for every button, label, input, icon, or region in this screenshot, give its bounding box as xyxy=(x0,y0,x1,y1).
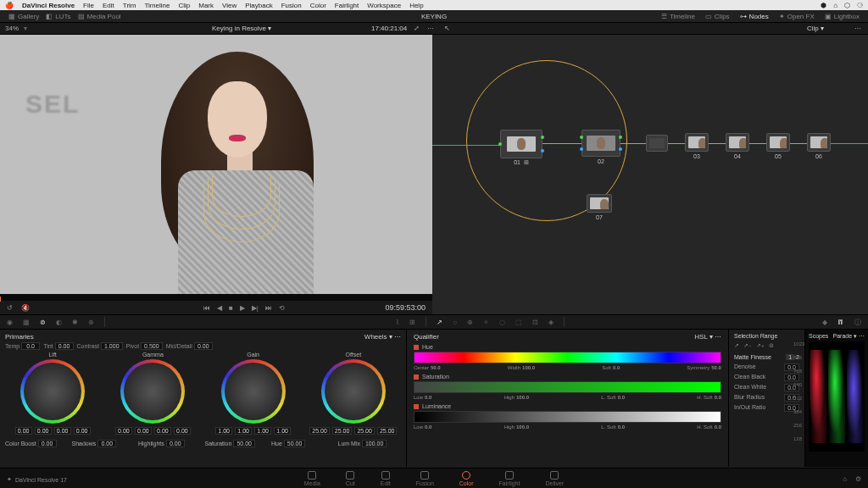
prev-clip-icon[interactable]: ⏮ xyxy=(203,304,210,312)
home-button-icon[interactable]: ⌂ xyxy=(843,475,847,483)
apple-icon[interactable]: 🍎 xyxy=(5,2,14,9)
clips-button[interactable]: ▭Clips xyxy=(702,13,733,20)
motion-icon[interactable]: ⊕ xyxy=(88,319,94,326)
loop-mode-icon[interactable]: ⟲ xyxy=(279,304,285,312)
zoom-value[interactable]: 34% xyxy=(5,25,19,32)
menu-playback[interactable]: Playback xyxy=(245,2,272,9)
home-icon[interactable]: ⌂ xyxy=(833,2,837,9)
tab-color[interactable]: Color xyxy=(459,471,474,486)
settings-icon[interactable]: ⚙ xyxy=(855,475,861,483)
key-icon[interactable]: ⬚ xyxy=(515,319,522,326)
tab-fusion[interactable]: Fusion xyxy=(416,471,434,486)
tab-cut[interactable]: Cut xyxy=(346,471,355,486)
saturation-input[interactable]: 50.00 xyxy=(233,440,255,447)
menu-clip[interactable]: Clip xyxy=(178,2,190,9)
warper-icon[interactable]: ⊞ xyxy=(409,319,415,326)
3d-icon[interactable]: ◈ xyxy=(548,319,554,326)
menu-timeline[interactable]: Timeline xyxy=(145,2,170,9)
node-06[interactable]: 06 xyxy=(807,133,831,152)
stop-icon[interactable]: ■ xyxy=(229,304,233,312)
blur-icon[interactable]: ◌ xyxy=(499,319,505,326)
node-04[interactable]: 04 xyxy=(726,133,749,152)
hue-input[interactable]: 50.00 xyxy=(284,440,306,447)
node-01[interactable]: 01 ⊞ xyxy=(500,130,542,158)
colorboost-input[interactable]: 0.00 xyxy=(38,440,57,447)
node-07[interactable]: 07 xyxy=(587,194,612,213)
qualifier-icon[interactable]: ↗ xyxy=(437,319,442,326)
hue-gradient[interactable] xyxy=(414,352,721,363)
offset-wheel[interactable]: Offset25.0025.0025.0025.00 xyxy=(306,352,401,435)
sat-gradient[interactable] xyxy=(414,381,721,393)
pointer-tool-icon[interactable]: ↖ xyxy=(444,25,450,32)
qualifier-mode[interactable]: HSL ▾ ⋯ xyxy=(694,333,721,341)
picker-minus-icon[interactable]: ↗₋ xyxy=(743,342,752,349)
magic-mask-icon[interactable]: ✧ xyxy=(483,319,489,326)
lummix-input[interactable]: 100.00 xyxy=(362,440,387,447)
info-icon[interactable]: ⓘ xyxy=(854,318,861,327)
menu-trim[interactable]: Trim xyxy=(123,2,136,9)
node-02[interactable]: 02 xyxy=(581,130,620,157)
gallery-button[interactable]: ▦Gallery xyxy=(5,13,42,20)
tab-edit[interactable]: Edit xyxy=(381,471,391,486)
tab-deliver[interactable]: Deliver xyxy=(545,471,564,486)
openfx-button[interactable]: ✦Open FX xyxy=(776,13,818,20)
menu-color[interactable]: Color xyxy=(310,2,326,9)
play-icon[interactable]: ▶ xyxy=(240,304,245,312)
step-back-icon[interactable]: ◀ xyxy=(217,304,222,312)
nodes-button[interactable]: ⊶Nodes xyxy=(737,13,772,20)
menu-help[interactable]: Help xyxy=(409,2,423,9)
parade-scope[interactable]: 1023 896 768 640 512 384 256 128 xyxy=(809,341,865,452)
keyframe-icon[interactable]: ◆ xyxy=(822,319,827,326)
node-editor[interactable]: 01 ⊞ 02 07 03 04 05 06 xyxy=(432,35,868,314)
curves-icon[interactable]: ⌇ xyxy=(396,319,399,326)
menu-fusion[interactable]: Fusion xyxy=(281,2,302,9)
node-mixer[interactable] xyxy=(646,135,668,152)
next-clip-icon[interactable]: ⏭ xyxy=(265,304,272,312)
gain-wheel[interactable]: Gain1.001.001.001.00 xyxy=(206,352,301,435)
picker-icon[interactable]: ↗ xyxy=(734,342,739,349)
expand-viewer-icon[interactable]: ⤢ xyxy=(414,25,420,32)
menu-fairlight[interactable]: Fairlight xyxy=(335,2,359,9)
node-05[interactable]: 05 xyxy=(766,133,790,152)
tab-media[interactable]: Media xyxy=(304,471,320,486)
shadows-input[interactable]: 0.00 xyxy=(97,440,116,447)
clip-dropdown[interactable]: Clip ▾ xyxy=(807,25,824,32)
node-options-icon[interactable]: ⋯ xyxy=(854,25,861,32)
pivot-input[interactable]: 0.500 xyxy=(141,342,163,350)
menu-edit[interactable]: Edit xyxy=(103,2,114,9)
options-icon[interactable]: ⋯ xyxy=(427,25,434,32)
tracker-icon[interactable]: ⊕ xyxy=(467,319,473,326)
luts-button[interactable]: ◧LUTs xyxy=(42,13,74,20)
menu-mark[interactable]: Mark xyxy=(198,2,214,9)
hdr-icon[interactable]: ◐ xyxy=(56,319,62,326)
tab-fairlight[interactable]: Fairlight xyxy=(499,471,520,486)
menu-view[interactable]: View xyxy=(222,2,236,9)
menu-workspace[interactable]: Workspace xyxy=(367,2,401,9)
invert-icon[interactable]: ⊘ xyxy=(769,342,774,349)
scrubber[interactable] xyxy=(0,294,432,301)
scopes-mode[interactable]: Parade ▾ ⋯ xyxy=(833,333,865,340)
dropbox-icon[interactable]: ⬡ xyxy=(844,2,850,9)
step-fwd-icon[interactable]: ▶| xyxy=(252,304,259,312)
lightbox-button[interactable]: ▣Lightbox xyxy=(821,13,863,20)
viewer-image[interactable]: SEL xyxy=(0,35,432,294)
temp-input[interactable]: 0.0 xyxy=(21,342,40,350)
menu-file[interactable]: File xyxy=(83,2,94,9)
lum-gradient[interactable] xyxy=(414,411,721,423)
middetail-input[interactable]: 0.00 xyxy=(194,342,213,350)
gamma-wheel[interactable]: Gamma0.000.000.000.00 xyxy=(105,352,200,435)
contrast-input[interactable]: 1.000 xyxy=(101,342,123,350)
highlights-input[interactable]: 0.00 xyxy=(166,440,185,447)
node-03[interactable]: 03 xyxy=(685,133,709,152)
timeline-button[interactable]: ☰Timeline xyxy=(658,13,698,20)
scopes-icon[interactable]: ⩎ xyxy=(837,319,844,326)
mute-icon[interactable]: 🔇 xyxy=(21,304,30,312)
color-match-icon[interactable]: ▦ xyxy=(23,319,30,326)
rgb-mixer-icon[interactable]: ✱ xyxy=(72,319,78,326)
clip-name[interactable]: Keying in Resolve ▾ xyxy=(212,25,271,32)
cleanblack-input[interactable]: 0.0 xyxy=(784,374,799,381)
mediapool-button[interactable]: ▤Media Pool xyxy=(75,13,125,20)
primaries-icon[interactable]: ⊚ xyxy=(40,319,46,326)
loop-icon[interactable]: ↺ xyxy=(7,304,13,312)
primaries-mode[interactable]: Wheels ▾ ⋯ xyxy=(364,333,401,341)
